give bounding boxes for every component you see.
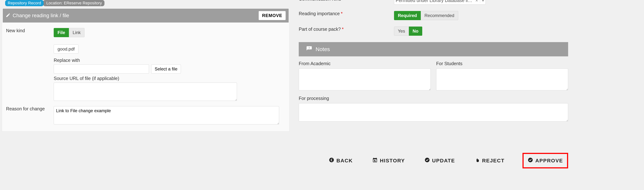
comm-kind-label: Communication Kind* [299, 0, 394, 2]
back-icon [329, 157, 334, 164]
notes-header: Notes [299, 42, 568, 56]
back-button[interactable]: BACK [326, 155, 356, 167]
badge-repository-record[interactable]: Repository Record [5, 0, 44, 6]
bottom-actions-bar: BACK HISTORY UPDATE REJECT APPROVE [299, 153, 568, 168]
for-processing-textarea[interactable] [299, 103, 568, 122]
right-panel: Communication Kind* Permitted under Libr… [299, 0, 568, 122]
new-kind-label: New kind [6, 28, 54, 102]
new-kind-file-button[interactable]: File [54, 28, 69, 37]
notes-title: Notes [316, 46, 330, 52]
badge-location[interactable]: Location: EReserve Repository [43, 0, 104, 6]
notes-icon [306, 46, 312, 53]
reject-button[interactable]: REJECT [471, 155, 508, 167]
change-form-body: New kind File Link good.pdf Replace with… [3, 22, 289, 131]
from-academic-textarea[interactable] [299, 68, 431, 90]
reason-textarea[interactable] [54, 106, 279, 125]
replace-with-input[interactable] [54, 64, 149, 74]
importance-required-button[interactable]: Required [394, 11, 421, 20]
notes-section: Notes From Academic For Students For pro… [299, 42, 568, 122]
importance-toggle: Required Recommended [394, 11, 458, 20]
back-label: BACK [336, 158, 353, 164]
reject-label: REJECT [482, 158, 504, 164]
select-file-button[interactable]: Select a file [151, 64, 181, 74]
approve-highlight: APPROVE [522, 153, 568, 168]
edit-icon [6, 13, 10, 18]
importance-label: Reading importance* [299, 11, 394, 16]
approve-icon [528, 157, 533, 164]
required-asterisk: * [341, 11, 343, 16]
reject-icon [474, 157, 480, 164]
new-kind-toggle: File Link [54, 28, 84, 37]
for-students-label: For Students [436, 61, 568, 66]
comm-kind-select[interactable]: Permitted under Library Database lice… ×… [394, 0, 486, 4]
importance-recommended-button[interactable]: Recommended [421, 11, 458, 20]
update-button[interactable]: UPDATE [421, 155, 458, 167]
current-file-chip[interactable]: good.pdf [54, 44, 78, 54]
history-icon [372, 157, 378, 164]
for-processing-label: For processing [299, 96, 568, 101]
approve-button[interactable]: APPROVE [524, 155, 566, 167]
coursepack-yes-button[interactable]: Yes [394, 26, 409, 36]
coursepack-no-button[interactable]: No [409, 26, 422, 36]
change-panel-highlight: Change reading link / file REMOVE New ki… [2, 8, 290, 132]
comm-kind-selected-value: Permitted under Library Database lice… [396, 0, 473, 3]
chevron-down-icon[interactable]: ▾ [480, 0, 484, 3]
required-asterisk: * [342, 26, 344, 32]
remove-button[interactable]: REMOVE [258, 11, 286, 20]
clear-icon[interactable]: × [474, 0, 480, 3]
update-icon [424, 157, 430, 164]
replace-with-label: Replace with [54, 58, 285, 63]
source-url-textarea[interactable] [54, 83, 237, 101]
approve-label: APPROVE [535, 158, 563, 164]
badges-row: Repository Record Location: EReserve Rep… [5, 0, 290, 6]
svg-point-0 [329, 158, 334, 162]
change-section-header: Change reading link / file REMOVE [3, 8, 289, 22]
from-academic-label: From Academic [299, 61, 431, 66]
for-students-textarea[interactable] [436, 68, 568, 90]
history-button[interactable]: HISTORY [369, 155, 408, 167]
left-panel: Repository Record Location: EReserve Rep… [2, 0, 290, 132]
reason-label: Reason for change [6, 106, 54, 125]
source-url-label: Source URL of file (if applicable) [54, 76, 285, 81]
change-section-title: Change reading link / file [13, 13, 69, 18]
new-kind-link-button[interactable]: Link [69, 28, 84, 37]
coursepack-toggle: Yes No [394, 26, 422, 36]
update-label: UPDATE [432, 158, 455, 164]
history-label: HISTORY [380, 158, 405, 164]
coursepack-label: Part of course pack?* [299, 26, 394, 32]
required-asterisk: * [342, 0, 344, 1]
